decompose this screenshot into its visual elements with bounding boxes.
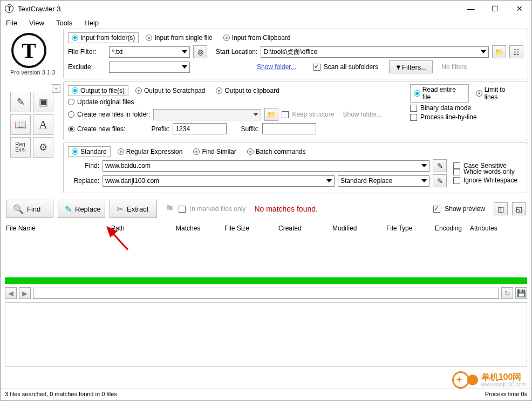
app-icon: T (5, 4, 13, 13)
watermark: 单机100网www.danji100.com (452, 371, 526, 389)
target-icon-button[interactable]: ◎ (193, 45, 207, 58)
tab-standard[interactable]: Standard (68, 146, 111, 157)
suffix-label: Suffix: (241, 125, 258, 133)
minimize-button[interactable]: — (459, 1, 483, 17)
suffix-input[interactable] (262, 123, 316, 134)
output-panel: - Output to file(s) Output to Scratchpad… (63, 81, 528, 140)
menu-file[interactable]: File (6, 19, 17, 27)
status-left: 3 files searched, 0 matches found in 0 f… (5, 391, 117, 399)
create-new-files-radio[interactable]: Create new files: (68, 125, 125, 133)
collapse-button[interactable]: - (52, 84, 60, 93)
action-bar: 🔍Find ✎Replace ✂Extract ⚑ In marked file… (1, 195, 531, 222)
maximize-button[interactable]: ☐ (483, 1, 507, 17)
col-modified[interactable]: Modified (332, 225, 386, 232)
tab-output-files[interactable]: Output to file(s) (68, 85, 128, 96)
edit-tool-button[interactable]: ✎ (10, 92, 31, 112)
col-created[interactable]: Created (278, 225, 332, 232)
extract-button[interactable]: ✂Extract (110, 200, 157, 218)
start-location-label: Start Location: (216, 48, 257, 56)
replace-label: Replace: (68, 177, 99, 185)
replace-mode-select[interactable]: Standard Replace (338, 175, 429, 187)
prev-button[interactable]: ◀ (5, 287, 17, 299)
tab-output-scratchpad[interactable]: Output to Scratchpad (132, 85, 209, 96)
create-in-folder-radio[interactable]: Create new files in folder: (68, 111, 150, 118)
tab-input-single[interactable]: Input from single file (142, 32, 216, 43)
find-button[interactable]: 🔍Find (6, 200, 53, 218)
col-path[interactable]: Path (111, 225, 176, 232)
edit-replace-button[interactable]: ✎ (433, 174, 447, 187)
file-filter-select[interactable]: *.txt (109, 46, 190, 58)
col-filesize[interactable]: File Size (224, 225, 278, 232)
menu-tools[interactable]: Tools (56, 19, 72, 27)
preview-pane (5, 302, 527, 367)
replace-input[interactable]: www.danji100.com (103, 175, 335, 187)
replace-button[interactable]: ✎Replace (58, 200, 105, 218)
layout-button-2[interactable]: ◱ (512, 202, 526, 215)
flag-icon: ⚑ (165, 202, 174, 215)
book-tool-button[interactable]: 📖 (10, 114, 31, 135)
next-button[interactable]: ▶ (19, 287, 31, 299)
show-folder-label: Show folder... (343, 111, 382, 118)
search-panel: Standard Regular Expression Find Similar… (63, 142, 528, 193)
col-encoding[interactable]: Encoding (435, 225, 470, 232)
find-input[interactable]: www.baidu.com (103, 160, 429, 172)
browse-create-folder-button: 📁 (264, 108, 278, 121)
layout-button-1[interactable]: ◫ (494, 202, 508, 215)
no-filters-label: No filters (441, 63, 467, 71)
tab-batch[interactable]: Batch commands (243, 146, 310, 157)
settings-tool-button[interactable]: ⚙ (33, 137, 53, 158)
left-sidebar: T Pro version 3.1.3 ✎ ▣ 📖 A RegEx↻ ⚙ (4, 29, 63, 195)
col-attributes[interactable]: Attributes (470, 225, 503, 232)
marked-files-checkbox[interactable] (179, 206, 186, 213)
browse-folder-button[interactable]: 📁 (492, 45, 506, 58)
regex-tool-button[interactable]: RegEx↻ (10, 137, 31, 158)
prefix-label: Prefix: (151, 125, 169, 133)
close-button[interactable]: ✕ (507, 1, 531, 17)
menubar: File View Tools Help (1, 17, 531, 29)
font-tool-button[interactable]: A (33, 114, 53, 135)
tab-regex[interactable]: Regular Expression (114, 146, 187, 157)
menu-help[interactable]: Help (84, 19, 99, 27)
tab-limit-lines[interactable]: Limit to lines (472, 84, 523, 103)
tab-input-folders[interactable]: Input from folder(s) (68, 32, 139, 43)
show-preview-checkbox[interactable] (433, 206, 440, 213)
tab-output-clipboard[interactable]: Output to clipboard (212, 85, 283, 96)
menu-view[interactable]: View (29, 19, 44, 27)
windows-tool-button[interactable]: ▣ (33, 92, 53, 112)
window-title: TextCrawler 3 (18, 5, 459, 13)
scan-subfolders-checkbox[interactable] (313, 64, 320, 71)
keep-structure-label: Keep structure (292, 111, 334, 118)
col-matches[interactable]: Matches (176, 225, 224, 232)
progress-bar (5, 277, 527, 284)
start-location-select[interactable]: D:\tools\桌面\office (261, 46, 489, 58)
show-preview-label: Show preview (445, 205, 485, 213)
ignore-whitespace-checkbox[interactable] (453, 177, 460, 184)
status-message: No matches found. (254, 205, 318, 213)
titlebar: T TextCrawler 3 — ☐ ✕ (1, 1, 531, 17)
version-label: Pro version 3.1.3 (10, 69, 63, 76)
line-by-line-checkbox[interactable] (410, 114, 417, 121)
tab-input-clipboard[interactable]: Input from Clipboard (220, 32, 295, 43)
file-filter-label: File Filter: (68, 48, 106, 56)
binary-mode-checkbox[interactable] (410, 105, 417, 112)
filters-button[interactable]: ▼ Filters... (389, 60, 433, 73)
col-filename[interactable]: File Name (6, 225, 111, 232)
tab-find-similar[interactable]: Find Similar (189, 146, 240, 157)
marked-files-label: In marked files only (190, 205, 245, 213)
status-bar: 3 files searched, 0 matches found in 0 f… (1, 389, 531, 400)
save-button[interactable]: 💾 (515, 287, 527, 299)
prefix-input[interactable] (173, 123, 227, 134)
tab-read-entire[interactable]: Read entire file (410, 84, 469, 103)
folder-tree-button[interactable]: ☷ (509, 45, 523, 58)
whole-words-checkbox[interactable] (453, 168, 460, 175)
path-input[interactable] (33, 288, 499, 299)
show-folder-link[interactable]: Show folder... (257, 63, 296, 71)
scan-subfolders-label: Scan all subfolders (324, 63, 378, 71)
refresh-button[interactable]: ↻ (501, 287, 513, 299)
find-label: Find: (68, 162, 99, 169)
exclude-label: Exclude: (68, 63, 106, 71)
edit-find-button[interactable]: ✎ (433, 159, 447, 172)
col-filetype[interactable]: File Type (386, 225, 435, 232)
exclude-select[interactable] (109, 62, 190, 73)
keep-structure-checkbox (282, 111, 289, 118)
